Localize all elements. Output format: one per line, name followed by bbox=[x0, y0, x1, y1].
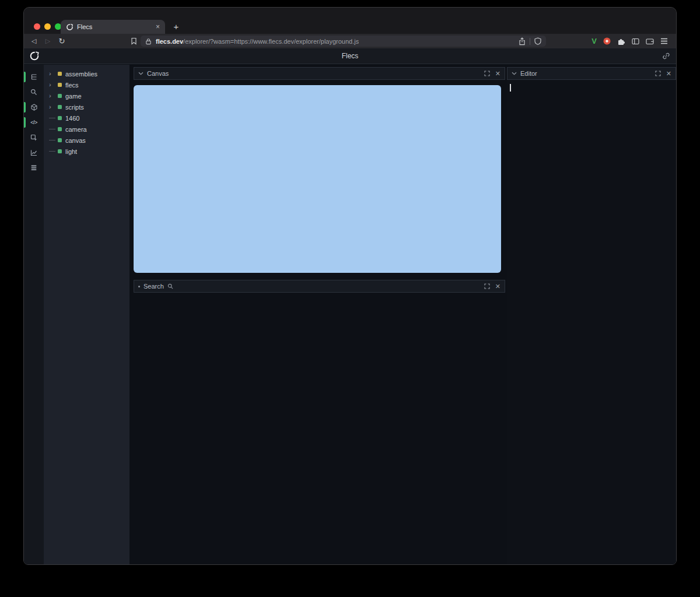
expand-panel-icon[interactable] bbox=[484, 283, 490, 289]
editor-panel: Editor ✕ bbox=[507, 67, 676, 564]
close-window-button[interactable] bbox=[34, 23, 40, 30]
tree-expand-icon[interactable]: › bbox=[49, 93, 51, 99]
sidebar-item-stats[interactable] bbox=[24, 145, 44, 160]
app-body: </> bbox=[24, 65, 676, 564]
tree-item-label: canvas bbox=[65, 137, 86, 144]
flecs-explorer-app: Flecs bbox=[24, 48, 676, 564]
tree-expand-icon[interactable]: › bbox=[49, 82, 51, 88]
tree-item[interactable]: › scripts bbox=[44, 101, 130, 113]
forward-button[interactable]: ▷ bbox=[43, 34, 53, 48]
sidebar-item-entity-tree[interactable] bbox=[24, 69, 44, 85]
close-panel-icon[interactable]: ✕ bbox=[495, 283, 501, 290]
tab-favicon-flecs-icon bbox=[66, 23, 74, 31]
sidebar-item-tables[interactable] bbox=[24, 160, 44, 175]
reload-button[interactable]: ↻ bbox=[57, 34, 67, 48]
expand-panel-icon[interactable] bbox=[655, 71, 661, 76]
search-panel: Search ✕ bbox=[134, 280, 505, 293]
panel-actions: ✕ bbox=[484, 71, 501, 77]
tree-item[interactable]: › game bbox=[44, 90, 130, 101]
sidebar-item-inspect[interactable] bbox=[24, 130, 44, 145]
tree-item-square bbox=[58, 83, 62, 87]
url-text: flecs.dev/explorer/?wasm=https://www.fle… bbox=[156, 38, 359, 45]
share-button[interactable] bbox=[519, 37, 526, 45]
tree-item[interactable]: › camera bbox=[44, 124, 130, 135]
panel-actions: ✕ bbox=[484, 283, 501, 290]
bullet-icon bbox=[138, 286, 140, 287]
traffic-lights bbox=[34, 23, 61, 30]
panel-actions: ✕ bbox=[655, 71, 671, 77]
reload-icon: ↻ bbox=[59, 37, 65, 45]
sidebar-item-search[interactable] bbox=[24, 85, 44, 100]
extension-v-button[interactable]: V bbox=[592, 37, 597, 45]
tree-branch-line bbox=[49, 129, 55, 129]
tree-item-prefix: › bbox=[49, 151, 58, 152]
back-button[interactable]: ◁ bbox=[29, 34, 39, 48]
chevron-down-icon bbox=[138, 72, 144, 75]
extensions-cluster: V bbox=[592, 34, 668, 48]
sidebar-item-code[interactable]: </> bbox=[24, 115, 44, 130]
tab-close-icon[interactable]: × bbox=[156, 23, 160, 30]
tree-items: › assemblies › flecs › game › scripts › bbox=[44, 68, 130, 157]
editor-panel-header[interactable]: Editor ✕ bbox=[507, 67, 676, 80]
minimize-window-button[interactable] bbox=[44, 23, 51, 30]
tree-expand-icon[interactable]: › bbox=[49, 104, 51, 110]
tree-branch-line bbox=[49, 118, 55, 118]
tree-item-square bbox=[58, 116, 62, 120]
tree-item-prefix: › bbox=[49, 104, 58, 110]
lock-icon bbox=[145, 38, 152, 45]
shield-button[interactable] bbox=[534, 37, 541, 45]
canvas-viewport[interactable] bbox=[134, 85, 501, 273]
tree-item[interactable]: › light bbox=[44, 146, 130, 157]
text-cursor bbox=[510, 84, 511, 92]
browser-tab[interactable]: Flecs × bbox=[61, 20, 165, 34]
tree-item[interactable]: › canvas bbox=[44, 135, 130, 146]
browser-toolbar: ◁ ▷ ↻ bbox=[24, 34, 676, 48]
menu-button[interactable] bbox=[660, 38, 668, 44]
tree-item[interactable]: › 1460 bbox=[44, 113, 130, 124]
extensions-puzzle-button[interactable] bbox=[617, 37, 625, 45]
expand-panel-icon[interactable] bbox=[484, 71, 490, 76]
canvas-panel-header[interactable]: Canvas ✕ bbox=[134, 67, 505, 80]
active-indicator bbox=[24, 102, 26, 113]
wallet-button[interactable] bbox=[646, 38, 654, 45]
tree-item-square bbox=[58, 72, 62, 76]
tab-strip: Flecs × + bbox=[24, 8, 676, 34]
tree-item-prefix: › bbox=[49, 140, 58, 141]
editor-textarea[interactable] bbox=[507, 80, 676, 564]
bookmark-button[interactable] bbox=[128, 34, 139, 48]
main-area: Canvas ✕ bbox=[130, 65, 676, 564]
panel-title: Canvas bbox=[147, 70, 169, 77]
tree-item-square bbox=[58, 149, 62, 153]
app-header: Flecs bbox=[24, 48, 676, 64]
search-panel-header[interactable]: Search ✕ bbox=[134, 280, 505, 293]
chart-icon bbox=[30, 149, 38, 156]
bookmark-icon bbox=[131, 37, 137, 45]
tree-item-square bbox=[58, 94, 62, 98]
tree-expand-icon[interactable]: › bbox=[49, 71, 51, 77]
tree-item[interactable]: › assemblies bbox=[44, 68, 130, 79]
tree-item-label: light bbox=[65, 148, 77, 155]
tree-item-label: assemblies bbox=[65, 71, 97, 78]
new-tab-button[interactable]: + bbox=[170, 21, 182, 33]
panel-title: Search bbox=[144, 283, 164, 290]
sidebar-item-assets[interactable] bbox=[24, 100, 44, 115]
close-panel-icon[interactable]: ✕ bbox=[666, 71, 671, 77]
cube-icon bbox=[30, 104, 38, 111]
tree-item-label: 1460 bbox=[65, 115, 79, 122]
tree-branch-line bbox=[49, 151, 55, 152]
close-panel-icon[interactable]: ✕ bbox=[495, 71, 501, 77]
forward-icon: ▷ bbox=[46, 37, 50, 45]
tree-item-label: scripts bbox=[65, 104, 84, 111]
back-icon: ◁ bbox=[32, 37, 36, 45]
tree-item-square bbox=[58, 138, 62, 142]
share-link-icon[interactable] bbox=[662, 52, 670, 60]
tree-item[interactable]: › flecs bbox=[44, 79, 130, 90]
divider bbox=[530, 38, 530, 45]
tree-item-label: game bbox=[65, 93, 82, 100]
sidebar-toggle-button[interactable] bbox=[632, 38, 639, 45]
entity-tree-icon bbox=[30, 73, 38, 80]
extension-red-circle-button[interactable] bbox=[603, 37, 611, 45]
url-bar[interactable]: flecs.dev/explorer/?wasm=https://www.fle… bbox=[141, 36, 546, 47]
active-indicator bbox=[24, 117, 26, 128]
panel-title: Editor bbox=[520, 70, 537, 77]
